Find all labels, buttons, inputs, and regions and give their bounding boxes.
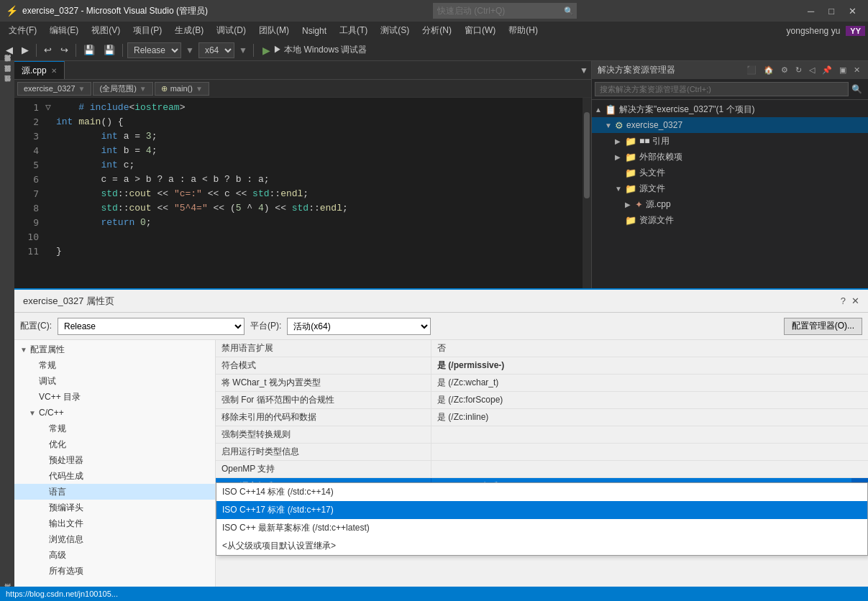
menu-view[interactable]: 视图(V) (86, 23, 126, 38)
props-row-forscope: 强制 For 循环范围中的合规性 是 (/Zc:forScope) (216, 392, 868, 409)
sidebar-spacer (1, 93, 13, 589)
props-config-dropdown[interactable]: Release Debug (58, 318, 245, 335)
props-tree-all-options[interactable]: 所有选项 (14, 563, 215, 579)
breadcrumb-function[interactable]: ⊕ main() ▼ (155, 82, 209, 96)
menu-build[interactable]: 生成(B) (169, 23, 209, 38)
menu-analyze[interactable]: 分析(N) (416, 23, 457, 38)
menu-tools[interactable]: 工具(T) (334, 23, 373, 38)
tree-item-sources[interactable]: ▼ 📁 源文件 (592, 180, 868, 196)
props-tree-language[interactable]: 语言 (14, 484, 215, 500)
platform-dropdown[interactable]: x64 x86 (198, 42, 234, 58)
tab-list-button[interactable]: ▼ (577, 65, 591, 75)
all-options-label: 所有选项 (49, 565, 83, 577)
title-search-wrap: 🔍 (433, 3, 577, 19)
props-tree-browse[interactable]: 浏览信息 (14, 531, 215, 547)
se-settings-button[interactable]: ⚙ (779, 65, 790, 75)
platform-dropdown-arrow: ▼ (237, 45, 249, 55)
language-label: 语言 (49, 486, 66, 498)
sidebar-tab-team[interactable]: 团队资源管理器 (1, 73, 13, 81)
tree-item-solution[interactable]: ▲ 📋 解决方案"exercise_0327"(1 个项目) (592, 101, 868, 117)
line-num-6: 6 (22, 173, 39, 187)
se-collapse-button[interactable]: ◁ (807, 65, 817, 75)
props-tree-config-props[interactable]: ▼ 配置属性 (14, 341, 215, 357)
menu-team[interactable]: 团队(M) (253, 23, 295, 38)
menu-project[interactable]: 项目(P) (127, 23, 168, 38)
tree-item-external-deps[interactable]: ▶ 📁 外部依赖项 (592, 149, 868, 165)
sidebar-tab-properties[interactable]: 属性管理器 (1, 83, 13, 91)
run-label: ▶ 本地 Windows 调试器 (273, 44, 367, 56)
menu-help[interactable]: 帮助(H) (503, 23, 544, 38)
tree-item-project[interactable]: ▼ ⚙ exercise_0327 (592, 117, 868, 133)
se-search-button[interactable]: 🔍 (849, 83, 865, 96)
all-options-arrow (39, 567, 49, 575)
se-sync-button[interactable]: ⬛ (744, 65, 759, 75)
restore-button[interactable]: □ (823, 4, 840, 18)
menu-window[interactable]: 窗口(W) (459, 23, 501, 38)
breadcrumb-scope[interactable]: (全局范围) ▼ (93, 82, 152, 96)
props-tree-general[interactable]: 常规 (14, 357, 215, 373)
props-tree-optimization[interactable]: 优化 (14, 436, 215, 452)
cpp-general-arrow (39, 425, 49, 433)
se-search-input[interactable] (595, 82, 849, 96)
scrollbar-thumb[interactable] (584, 112, 590, 198)
props-platform-dropdown[interactable]: 活动(x64) x64 x86 (287, 318, 431, 335)
props-tree-debug[interactable]: 调试 (14, 373, 215, 389)
left-sidebar: 解决方案资源管理器 团队资源管理器 属性管理器 工具箱 (0, 61, 14, 601)
props-tree-cpp-general[interactable]: 常规 (14, 421, 215, 436)
save-all-button[interactable]: 💾 (101, 43, 118, 57)
editor-tab-source[interactable]: 源.cpp ✕ (14, 61, 65, 79)
minimize-button[interactable]: ─ (802, 4, 820, 18)
debug-config-dropdown[interactable]: Debug Release (127, 42, 181, 58)
se-pin-button[interactable]: 📌 (820, 65, 834, 75)
tree-item-source-cpp[interactable]: ▶ ✦ 源.cpp (592, 196, 868, 212)
tab-close-button[interactable]: ✕ (51, 67, 57, 75)
line-num-3: 3 (22, 129, 39, 144)
menu-edit[interactable]: 编辑(E) (44, 23, 84, 38)
props-config-manager-button[interactable]: 配置管理器(O)... (784, 318, 862, 335)
tab-bar: 源.cpp ✕ ▼ (14, 61, 591, 80)
sidebar-tab-solution-explorer[interactable]: 解决方案资源管理器 (1, 63, 13, 71)
tree-item-headers[interactable]: 📁 头文件 (592, 165, 868, 180)
quick-launch-input[interactable] (433, 3, 577, 19)
props-tree-output[interactable]: 输出文件 (14, 515, 215, 531)
title-bar-left: ⚡ exercise_0327 - Microsoft Visual Studi… (6, 5, 208, 17)
redo-button[interactable]: ↪ (58, 43, 71, 57)
menu-debug[interactable]: 调试(D) (211, 23, 252, 38)
tree-item-resources[interactable]: 📁 资源文件 (592, 212, 868, 228)
props-close-button[interactable]: ✕ (851, 295, 859, 306)
fold-2[interactable]: ▽ (43, 101, 53, 115)
dropdown-option-inherit[interactable]: <从父级或项目默认设置继承> (216, 537, 867, 555)
menu-file[interactable]: 文件(F) (3, 23, 42, 38)
props-tree-vc-dirs[interactable]: VC++ 目录 (14, 389, 215, 405)
breadcrumb-project[interactable]: exercise_0327 ▼ (17, 82, 91, 96)
toolbar-sep-2 (76, 44, 76, 57)
output-label: 输出文件 (49, 518, 83, 530)
tree-item-references[interactable]: ▶ 📁 ■■ 引用 (592, 133, 868, 149)
props-tree-codegen[interactable]: 代码生成 (14, 468, 215, 484)
user-badge[interactable]: YY (846, 26, 865, 36)
save-button[interactable]: 💾 (81, 43, 98, 57)
props-content: 禁用语言扩展 否 符合模式 是 (/permissive-) 将 WChar_t… (216, 340, 868, 587)
codegen-label: 代码生成 (49, 470, 83, 482)
dropdown-option-14[interactable]: ISO C++14 标准 (/std:c++14) (216, 483, 867, 501)
close-button[interactable]: ✕ (843, 4, 862, 18)
dropdown-option-17[interactable]: ISO C++17 标准 (/std:c++17) (216, 501, 867, 519)
se-refresh-button[interactable]: ↻ (793, 65, 804, 75)
dropdown-arrow: ▼ (184, 45, 196, 55)
nav-forward-button[interactable]: ▶ (19, 43, 32, 57)
menu-test[interactable]: 测试(S) (375, 23, 415, 38)
se-float-button[interactable]: ▣ (837, 65, 849, 75)
props-row-disable-ext: 禁用语言扩展 否 (216, 340, 868, 357)
props-tree-advanced[interactable]: 高级 (14, 547, 215, 563)
menu-nsight[interactable]: Nsight (296, 24, 332, 37)
se-close-button[interactable]: ✕ (851, 65, 862, 75)
run-button[interactable]: ▶ ▶ 本地 Windows 调试器 (258, 42, 372, 58)
props-tree-preprocessor[interactable]: 预处理器 (14, 452, 215, 468)
dropdown-option-latest[interactable]: ISO C++ 最新草案标准 (/std:c++latest) (216, 519, 867, 537)
props-tree-cpp[interactable]: ▼ C/C++ (14, 405, 215, 421)
undo-button[interactable]: ↩ (41, 43, 55, 57)
se-home-button[interactable]: 🏠 (762, 65, 776, 75)
props-help-button[interactable]: ? (841, 295, 846, 306)
nav-back-button[interactable]: ◀ (3, 43, 16, 57)
props-tree-pch[interactable]: 预编译头 (14, 500, 215, 515)
